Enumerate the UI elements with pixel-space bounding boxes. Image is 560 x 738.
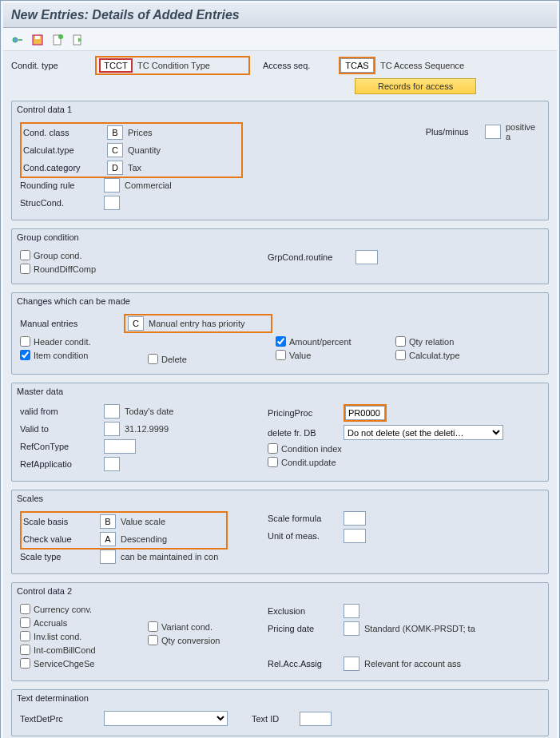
qty-conv-checkbox[interactable] [148,635,158,645]
refcontype-input[interactable] [104,439,136,454]
condit-type-input[interactable] [99,58,133,73]
cond-class-desc: Prices [128,128,240,137]
check-value-desc: Descending [121,534,224,544]
valid-to-input[interactable] [104,422,120,436]
inv-list-checkbox[interactable] [20,631,30,641]
text-determination-group: Text determination TextDetPrc Text ID [11,689,549,736]
delete-db-select[interactable]: Do not delete (set the deleti… [344,425,503,440]
records-row: Records for access [11,78,549,94]
inv-list-label: Inv.list cond. [34,632,81,641]
toolbar [3,28,557,51]
currency-conv-label: Currency conv. [34,605,92,614]
uom-label: Unit of meas. [268,531,344,541]
exclusion-input[interactable] [344,604,359,618]
text-determination-legend: Text determination [17,693,89,703]
calc-type-cb-label: Calculat.type [409,351,460,360]
currency-conv-checkbox[interactable] [20,604,30,614]
refapp-label: RefApplicatio [20,459,104,469]
textdetprc-select[interactable] [104,711,228,726]
variant-cond-label: Variant cond. [161,622,212,632]
int-com-checkbox[interactable] [20,645,30,655]
textid-input[interactable] [300,712,332,726]
changes-group: Changes which can be made Manual entries… [11,292,549,375]
calc-type-checkbox[interactable] [395,350,406,360]
page-title: New Entries: Details of Added Entries [3,3,557,28]
access-seq-highlight [339,57,375,74]
rel-acc-desc: Relevant for account ass [364,659,461,669]
pricing-date-input[interactable] [344,621,359,636]
access-seq-desc: TC Access Sequence [380,61,464,70]
cond-cat-input[interactable] [107,161,123,175]
save-icon[interactable] [31,33,44,46]
condit-type-highlight: TC Condition Type [95,56,250,75]
amount-pct-checkbox[interactable] [276,336,286,347]
round-diff-label: RoundDiffComp [34,264,96,274]
calc-type-input[interactable] [107,143,123,157]
scale-basis-desc: Value scale [121,517,224,526]
group-cond-label: Group cond. [34,251,82,260]
plusminus-input[interactable] [485,125,501,139]
accruals-checkbox[interactable] [20,617,30,628]
scale-basis-input[interactable] [100,514,116,529]
delete-db-label: delete fr. DB [268,428,344,438]
qty-rel-checkbox[interactable] [395,336,406,347]
check-value-label: Check value [23,534,100,544]
pricing-date-label: Pricing date [268,624,344,633]
valid-from-label: valid from [20,407,104,416]
scale-type-desc: can be maintained in con [121,552,218,561]
scale-formula-input[interactable] [344,511,366,526]
next-doc-icon[interactable] [71,33,84,46]
rel-acc-input[interactable] [344,657,359,671]
check-value-input[interactable] [100,532,116,546]
delete-checkbox[interactable] [148,354,158,364]
cond-index-label: Condition index [281,444,342,454]
rounding-input[interactable] [104,178,120,192]
scale-formula-label: Scale formula [268,514,344,523]
cond-index-checkbox[interactable] [268,443,278,454]
changes-legend: Changes which can be made [17,296,130,306]
scale-type-label: Scale type [20,552,100,561]
access-seq-input[interactable] [340,58,374,73]
variant-cond-checkbox[interactable] [148,621,158,632]
round-diff-checkbox[interactable] [20,264,30,274]
access-seq-label: Access seq. [263,61,339,70]
uom-input[interactable] [344,529,366,543]
rounding-label: Rounding rule [20,181,104,190]
valid-to-desc: 31.12.9999 [125,424,169,434]
item-condition-checkbox[interactable] [20,350,30,360]
pricing-proc-input[interactable] [345,406,385,420]
valid-from-input[interactable] [104,404,120,419]
scales-highlight: Scale basisValue scale Check valueDescen… [20,511,228,550]
header-condit-checkbox[interactable] [20,336,30,347]
manual-input[interactable] [128,316,144,331]
plusminus-label: Plus/minus [426,127,485,137]
grp-routine-label: GrpCond.routine [268,252,355,262]
value-checkbox[interactable] [276,350,286,360]
refapp-input[interactable] [104,457,120,471]
plusminus-desc: positive a [506,122,540,141]
svg-point-0 [13,38,18,42]
scales-group: Scales Scale basisValue scale Check valu… [11,490,549,574]
item-condition-label: Item condition [34,351,88,360]
grp-routine-input[interactable] [355,250,378,264]
cond-class-input[interactable] [107,125,123,140]
cond-update-checkbox[interactable] [268,457,278,467]
textdetprc-label: TextDetPrc [20,714,104,724]
group-cond-checkbox[interactable] [20,250,30,260]
int-com-label: Int-comBillCond [34,645,96,655]
control-data-1-group: Control data 1 Cond. class Prices Calcul… [11,101,549,220]
struc-input[interactable] [104,196,120,210]
scale-type-input[interactable] [100,550,116,564]
cond-update-label: Condit.update [281,458,336,467]
toggle-icon[interactable] [11,33,24,46]
refcontype-label: RefConType [20,442,104,451]
service-checkbox[interactable] [20,658,30,669]
valid-from-desc: Today's date [125,407,173,416]
cond-cat-label: Cond.category [23,163,107,173]
records-for-access-button[interactable]: Records for access [355,78,476,94]
condit-type-label: Condit. type [11,61,95,70]
cond-cat-desc: Tax [128,163,240,173]
control1-highlight: Cond. class Prices Calculat.type Quantit… [20,122,243,178]
condit-type-desc: TC Condition Type [137,61,246,70]
new-doc-icon[interactable] [51,33,64,46]
